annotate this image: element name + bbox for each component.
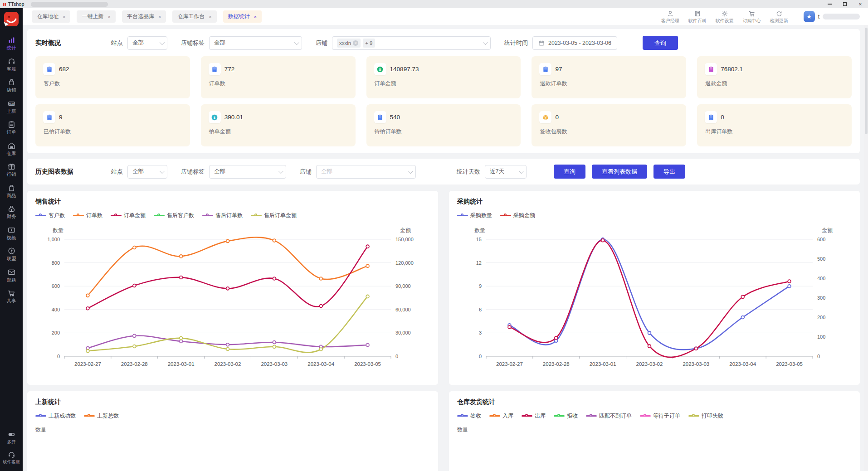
- minimize-button[interactable]: [822, 0, 837, 8]
- legend-item[interactable]: 上新总数: [84, 412, 119, 420]
- view-list-data-button[interactable]: 查看列表数据: [592, 165, 647, 179]
- legend-item[interactable]: 订单金额: [111, 212, 146, 219]
- vertical-scrollbar[interactable]: [864, 25, 868, 471]
- legend-item[interactable]: 售后订单数: [202, 212, 243, 219]
- toolbar-customer-manager[interactable]: 客户经理: [658, 10, 683, 24]
- legend-item[interactable]: 出库: [522, 412, 546, 420]
- toolbar-software-wiki[interactable]: 软件百科: [685, 10, 710, 24]
- overview-shop-tag-select[interactable]: 全部: [209, 36, 302, 50]
- sidebar-item-marketing[interactable]: 行销: [0, 159, 23, 180]
- history-query-button[interactable]: 查询: [554, 165, 585, 179]
- marketing-icon: [7, 162, 16, 171]
- toolbar-check-update[interactable]: 检测更新: [766, 10, 792, 24]
- sidebar-item-label: 行销: [7, 172, 16, 177]
- svg-text:2023-03-05: 2023-03-05: [776, 361, 803, 367]
- tab-close-icon[interactable]: ×: [158, 14, 161, 19]
- tab-1[interactable]: 一键上新×: [77, 10, 115, 23]
- stat-days-select[interactable]: 近7天: [485, 165, 527, 179]
- tab-0[interactable]: 仓库地址×: [32, 10, 70, 23]
- legend-label: 等待子订单: [653, 412, 680, 420]
- stat-time-label: 统计时间: [504, 39, 528, 47]
- legend-item[interactable]: 签收: [457, 412, 481, 420]
- legend-item[interactable]: 匹配不到订单: [586, 412, 632, 420]
- legend-item[interactable]: 订单数: [73, 212, 102, 219]
- svg-text:0: 0: [395, 354, 398, 359]
- chip-remove-icon[interactable]: ×: [353, 40, 358, 46]
- legend-label: 入库: [502, 412, 513, 420]
- tab-2[interactable]: 平台选品库×: [122, 10, 166, 23]
- tab-3[interactable]: 仓库工作台×: [172, 10, 216, 23]
- legend-item[interactable]: 客户数: [35, 212, 65, 219]
- svg-text:数量: 数量: [474, 227, 485, 233]
- history-shop-select[interactable]: 全部: [316, 165, 416, 179]
- history-title: 历史图表数据: [35, 168, 111, 176]
- sidebar-item-union[interactable]: 联盟: [0, 243, 23, 265]
- close-button[interactable]: ×: [853, 0, 868, 8]
- sidebar-item-shop[interactable]: 店铺: [0, 75, 23, 96]
- tab-close-icon[interactable]: ×: [63, 14, 65, 19]
- tab-close-icon[interactable]: ×: [254, 14, 257, 19]
- shop-label: 店铺: [316, 39, 327, 47]
- export-button[interactable]: 导出: [653, 165, 685, 179]
- chart-title: 采购统计: [457, 198, 852, 206]
- legend-marker-icon: [522, 414, 532, 418]
- tab-4[interactable]: 数据统计×: [223, 10, 262, 23]
- user-box[interactable]: ★ t: [804, 11, 860, 22]
- legend-marker-icon: [73, 214, 84, 218]
- sidebar-item-order[interactable]: 订单: [0, 117, 23, 138]
- scrollbar-thumb[interactable]: [865, 28, 868, 134]
- sidebar-item-mail[interactable]: 邮箱: [0, 265, 23, 286]
- blurred-user-name: [823, 14, 860, 19]
- legend-marker-icon: [457, 214, 468, 218]
- shop-chip[interactable]: xxxin×: [337, 39, 361, 48]
- sidebar-item-service[interactable]: 客服: [0, 54, 23, 75]
- history-shop-tag-select[interactable]: 全部: [209, 165, 286, 179]
- legend-label: 售后客户数: [167, 212, 194, 219]
- sidebar-item-label: 邮箱: [7, 277, 16, 282]
- toolbar-label: 订购中心: [743, 18, 761, 24]
- legend-item[interactable]: 售后订单金额: [251, 212, 297, 219]
- app-logo: [3, 11, 20, 28]
- sidebar-item-new[interactable]: NEW上新: [0, 96, 23, 117]
- stat-card-4: 76802.1退款金额: [697, 56, 852, 98]
- legend-item[interactable]: 采购数量: [457, 212, 492, 219]
- legend-marker-icon: [554, 414, 565, 418]
- svg-text:500: 500: [817, 256, 825, 262]
- tab-label: 平台选品库: [127, 13, 154, 20]
- overview-site-select[interactable]: 全部: [127, 36, 167, 50]
- legend-item[interactable]: 售后客户数: [154, 212, 194, 219]
- legend-item[interactable]: 采购金额: [500, 212, 535, 219]
- maximize-button[interactable]: [837, 0, 853, 8]
- sidebar-item-warehouse[interactable]: 仓库: [0, 138, 23, 160]
- sidebar-item-support[interactable]: 软件客服: [0, 447, 23, 467]
- shop-icon: [7, 78, 16, 87]
- user-avatar[interactable]: ★: [804, 11, 815, 22]
- sidebar-item-label: 仓库: [7, 151, 16, 155]
- legend-item[interactable]: 上新成功数: [35, 412, 76, 420]
- date-range-input[interactable]: 2023-03-05 - 2023-03-06: [532, 36, 617, 50]
- legend-item[interactable]: 入库: [489, 412, 513, 420]
- sidebar-item-goods[interactable]: 商品: [0, 180, 23, 202]
- sidebar-item-label: 统计: [7, 46, 16, 50]
- sidebar-item-video[interactable]: 视频: [0, 223, 23, 244]
- legend-label: 售后订单金额: [264, 212, 297, 219]
- overview-query-button[interactable]: 查询: [643, 36, 678, 50]
- sidebar-item-multi-open[interactable]: 多开: [0, 427, 23, 447]
- history-shop-label: 店铺: [300, 168, 312, 176]
- stat-value: 390.01: [224, 114, 243, 121]
- history-site-select[interactable]: 全部: [127, 165, 167, 179]
- legend-item[interactable]: 等待子订单: [640, 412, 680, 420]
- sidebar-item-finance[interactable]: 财务: [0, 201, 23, 223]
- tab-close-icon[interactable]: ×: [107, 14, 110, 19]
- sidebar-item-stats[interactable]: 统计: [0, 33, 23, 54]
- toolbar-order-center[interactable]: 订购中心: [739, 10, 765, 24]
- legend-item[interactable]: 打印失败: [688, 412, 723, 420]
- overview-shop-select[interactable]: xxxin× + 9: [332, 36, 491, 50]
- history-shop-tag-label: 店铺标签: [181, 168, 205, 176]
- tab-close-icon[interactable]: ×: [209, 14, 211, 19]
- toolbar-software-settings[interactable]: 软件设置: [712, 10, 737, 24]
- chart-canvas: 036912152023-02-272023-02-282023-03-0120…: [457, 222, 852, 378]
- legend-item[interactable]: 拒收: [554, 412, 578, 420]
- sidebar-item-share[interactable]: 共享: [0, 286, 23, 307]
- shop-chip-more[interactable]: + 9: [363, 39, 375, 48]
